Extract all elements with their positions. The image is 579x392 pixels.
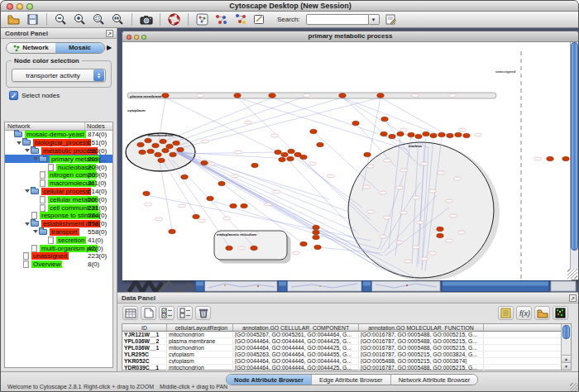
network-vertical-scrollbar[interactable] bbox=[570, 42, 578, 270]
zoom-selected-region-icon[interactable] bbox=[91, 12, 107, 27]
snapshot-icon[interactable] bbox=[138, 12, 154, 27]
tab-overflow-arrow[interactable]: ▶ bbox=[105, 44, 113, 51]
tree-row[interactable]: transport558(0) bbox=[5, 228, 112, 237]
delete-attribute-icon[interactable] bbox=[195, 306, 211, 320]
tree-row-selected[interactable]: primary metabo209(... bbox=[5, 155, 112, 163]
network-desktop: primary metabolic process bbox=[117, 28, 579, 292]
table-row[interactable]: YPL036W__2plasma membrane[GO:0044464, GO… bbox=[122, 338, 571, 345]
select-nodes-checkbox[interactable]: ✓ bbox=[9, 91, 18, 100]
file-icon bbox=[23, 261, 29, 268]
control-panel-header[interactable]: Control Panel ↗ bbox=[1, 28, 117, 39]
attribute-table-icon[interactable] bbox=[122, 306, 138, 320]
tree-row[interactable]: Overview8(0) bbox=[5, 261, 112, 269]
show-graphics-details-icon[interactable] bbox=[232, 12, 248, 27]
tree-row[interactable]: mosaic-demo-yeast874(0) bbox=[5, 131, 112, 139]
column-header-cellular-component[interactable]: annotation.GO CELLULAR_COMPONENT bbox=[233, 324, 359, 331]
tree-row[interactable]: nitrogen compo209(0) bbox=[5, 171, 112, 179]
tab-network[interactable]: Network bbox=[7, 43, 55, 53]
scroll-down-icon: ▼ bbox=[562, 362, 571, 370]
file-icon bbox=[48, 237, 54, 244]
new-attribute-icon[interactable] bbox=[141, 306, 156, 320]
data-panel-header[interactable]: Data Panel ↗ bbox=[117, 293, 579, 304]
region-shapes bbox=[126, 51, 521, 280]
color-attribute-dropdown[interactable]: transporter activity ▲▼ bbox=[12, 69, 106, 82]
select-nodes-row: ✓ Select nodes bbox=[9, 91, 117, 100]
expand-arrow-icon[interactable] bbox=[23, 149, 31, 152]
annotation-icon[interactable] bbox=[251, 12, 267, 27]
table-row[interactable]: YLR295Ccytoplasm[GO:0045263, GO:0044464,… bbox=[122, 351, 571, 358]
scrollbar-thumb[interactable] bbox=[562, 325, 570, 339]
data-panel: Data Panel ↗ f(x) bbox=[117, 292, 579, 371]
zoom-out-icon[interactable] bbox=[53, 12, 69, 27]
column-header-id[interactable]: ID bbox=[122, 324, 167, 331]
help-ring-icon[interactable] bbox=[166, 12, 182, 27]
window-titlebar[interactable]: Cytoscape Desktop (New Session) bbox=[1, 1, 579, 12]
attribute-table-header[interactable]: ID _cellularLayoutRegion annotation.GO C… bbox=[122, 324, 571, 332]
scrollbar-thumb[interactable] bbox=[571, 42, 578, 251]
tree-row[interactable]: multi-organism pro42(0) bbox=[5, 244, 112, 252]
status-welcome: Welcome to Cytoscape 2.8.1 bbox=[7, 384, 81, 390]
folder-icon bbox=[31, 148, 39, 154]
table-vertical-scrollbar[interactable]: ▲▼ bbox=[561, 324, 571, 370]
background-windows-strip[interactable] bbox=[117, 280, 579, 292]
select-attributes-icon[interactable] bbox=[159, 306, 175, 320]
folder-icon bbox=[39, 156, 47, 162]
hide-graphics-details-icon[interactable] bbox=[213, 12, 229, 27]
import-attributes-icon[interactable] bbox=[534, 306, 550, 320]
expand-arrow-icon[interactable] bbox=[15, 141, 22, 145]
tree-row[interactable]: unassigned223(0) bbox=[5, 252, 112, 261]
save-icon[interactable] bbox=[25, 12, 41, 27]
tree-row[interactable]: establishment of lo558(0) bbox=[5, 220, 112, 228]
expand-arrow-icon[interactable] bbox=[31, 230, 39, 233]
tree-row[interactable]: biological_process651(0) bbox=[5, 139, 112, 147]
toolbar-separator bbox=[160, 13, 160, 26]
zoom-in-icon[interactable] bbox=[72, 12, 88, 27]
search-dropdown-arrow-icon[interactable]: ▼ bbox=[369, 14, 380, 25]
tree-row[interactable]: cell communicat221(0) bbox=[5, 203, 112, 212]
function-builder-icon[interactable]: f(x) bbox=[516, 306, 532, 320]
scrollbar-arrows[interactable]: ▲▼ bbox=[562, 355, 571, 370]
zoom-to-fit-icon[interactable] bbox=[110, 12, 126, 27]
tree-row[interactable]: metabolic process280(0) bbox=[5, 147, 112, 155]
app-window: Cytoscape Desktop (New Session) Search: … bbox=[0, 0, 579, 392]
open-icon[interactable] bbox=[6, 12, 22, 27]
matrix-view-icon[interactable] bbox=[553, 306, 568, 320]
search-input[interactable] bbox=[306, 14, 369, 25]
column-header-molecular-function[interactable]: annotation.GO MOLECULAR_FUNCTION bbox=[359, 324, 484, 331]
node-color-selection-group: Node color selection transporter activit… bbox=[6, 60, 112, 88]
frame-resize-grip[interactable] bbox=[567, 269, 577, 279]
tree-row[interactable]: macromolecule311(0) bbox=[5, 179, 112, 188]
table-row[interactable]: YKR052Ccytoplasm[GO:0044464, GO:0044446,… bbox=[122, 358, 571, 365]
folder-icon bbox=[31, 221, 39, 227]
expand-arrow-icon[interactable] bbox=[23, 222, 31, 226]
tree-row[interactable]: cellular process614(0) bbox=[5, 188, 112, 196]
table-row[interactable]: YDR039C__1mitochondrion[GO:0044464, GO:0… bbox=[122, 365, 571, 371]
expand-arrow-icon[interactable] bbox=[31, 157, 39, 160]
network-window-titlebar[interactable]: primary metabolic process bbox=[122, 31, 578, 42]
tree-row[interactable]: secretion41(0) bbox=[5, 236, 112, 244]
tab-mosaic[interactable]: Mosaic bbox=[55, 43, 104, 53]
configure-search-icon[interactable] bbox=[383, 12, 399, 27]
file-icon bbox=[40, 179, 45, 187]
attribute-editor-icon[interactable] bbox=[498, 306, 514, 320]
vizmapper-icon[interactable] bbox=[194, 12, 210, 27]
unselect-attributes-icon[interactable] bbox=[177, 306, 193, 320]
table-row[interactable]: YJR121W__1mitochondrion[GO:0045267, GO:0… bbox=[122, 332, 571, 338]
expand-arrow-icon[interactable] bbox=[23, 189, 31, 193]
column-header-region[interactable]: _cellularLayoutRegion bbox=[167, 324, 233, 331]
table-row[interactable]: YPL036W__1mitochondrion[GO:0044464, GO:0… bbox=[122, 345, 571, 351]
network-window[interactable]: primary metabolic process bbox=[122, 31, 579, 280]
window-resize-grip[interactable] bbox=[570, 383, 579, 392]
network-canvas[interactable]: plasma membrane cytoplasm mitochondrion … bbox=[122, 42, 572, 280]
float-panel-icon[interactable]: ↗ bbox=[569, 294, 577, 302]
tab-group: Network Mosaic bbox=[6, 42, 105, 54]
tree-row[interactable]: response to stimulu264(0) bbox=[5, 212, 112, 220]
folder-icon bbox=[39, 229, 47, 235]
unassigned-label: unassigned bbox=[495, 69, 516, 74]
group-label: Node color selection bbox=[12, 57, 82, 65]
tree-row[interactable]: cellular metabol209(0) bbox=[5, 195, 112, 203]
float-panel-icon[interactable]: ↗ bbox=[106, 30, 113, 37]
mitochondrion-label: mitochondrion bbox=[148, 133, 174, 137]
folder-icon bbox=[31, 189, 39, 194]
tree-row[interactable]: nucleobase-209(0) bbox=[5, 163, 112, 171]
